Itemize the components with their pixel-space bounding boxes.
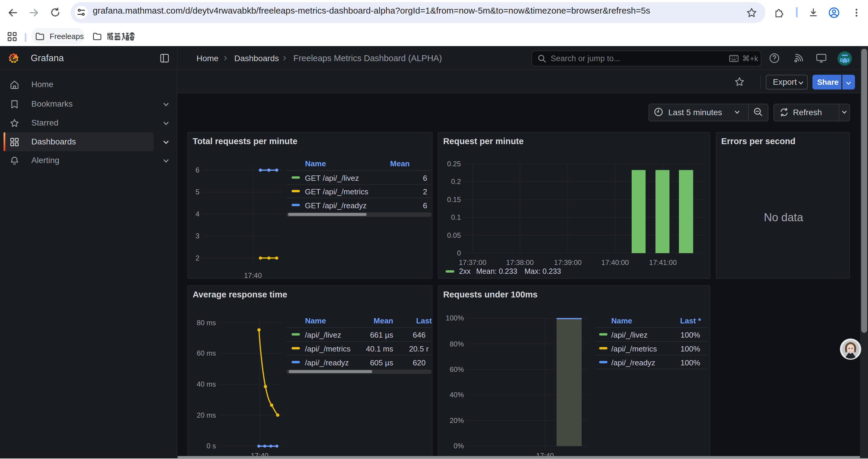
svg-text:60 ms: 60 ms (197, 349, 216, 357)
svg-text:60%: 60% (450, 365, 464, 373)
svg-text:Mean: 0.233: Mean: 0.233 (476, 267, 517, 275)
svg-text:0.1: 0.1 (451, 213, 461, 221)
svg-text:40%: 40% (450, 391, 464, 399)
svg-text:17:37:00: 17:37:00 (459, 258, 486, 266)
svg-text:17:40:00: 17:40:00 (601, 258, 629, 266)
svg-text:40 ms: 40 ms (197, 380, 216, 388)
svg-text:20 ms: 20 ms (197, 411, 216, 419)
svg-text:0%: 0% (454, 442, 464, 450)
svg-text:20%: 20% (450, 417, 464, 424)
svg-text:0.15: 0.15 (447, 196, 461, 203)
svg-text:0: 0 (457, 249, 461, 257)
svg-text:80%: 80% (450, 340, 464, 348)
svg-text:17:39:00: 17:39:00 (554, 258, 582, 266)
svg-text:100%: 100% (446, 314, 464, 322)
svg-text:80 ms: 80 ms (197, 319, 216, 327)
svg-text:0.05: 0.05 (447, 231, 461, 239)
svg-text:17:38:00: 17:38:00 (506, 258, 533, 266)
svg-text:0 s: 0 s (207, 442, 216, 450)
svg-text:5: 5 (195, 188, 199, 196)
svg-text:17:40: 17:40 (244, 271, 262, 280)
svg-text:0.25: 0.25 (447, 160, 461, 168)
svg-text:2xx: 2xx (459, 267, 471, 275)
svg-text:0.2: 0.2 (451, 177, 461, 186)
svg-text:2: 2 (195, 254, 199, 262)
svg-text:3: 3 (195, 232, 199, 240)
svg-text:4: 4 (195, 210, 199, 218)
svg-text:6: 6 (195, 166, 199, 174)
svg-text:Max: 0.233: Max: 0.233 (524, 267, 561, 275)
svg-text:17:41:00: 17:41:00 (649, 258, 677, 266)
